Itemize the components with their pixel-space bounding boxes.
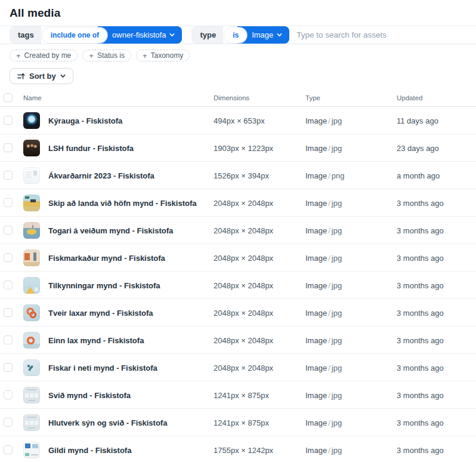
asset-format: jpg (332, 199, 342, 208)
add-filter-created-by-me[interactable]: + Created by me (10, 50, 78, 61)
asset-name[interactable]: Kýrauga - Fiskistofa (48, 116, 122, 125)
row-checkbox-cell (0, 445, 23, 454)
asset-dimensions: 2048px × 2048px (214, 199, 273, 208)
table-row[interactable]: Hlutverk sýn og svið - Fiskistofa 1241px… (0, 409, 476, 436)
asset-thumbnail[interactable] (23, 222, 40, 239)
asset-name[interactable]: Togari á veiðum mynd - Fiskistofa (48, 226, 173, 235)
asset-name[interactable]: Tilkynningar mynd - Fiskistofa (48, 281, 160, 290)
asset-thumbnail[interactable] (23, 140, 40, 156)
asset-dimensions: 494px × 653px (214, 116, 265, 125)
tags-filter[interactable]: tags include one of owner-fiskistofa (10, 26, 182, 44)
type-cell: Image/jpg (305, 198, 397, 208)
asset-name[interactable]: Tveir laxar mynd - Fiskistofa (48, 309, 153, 318)
select-all-checkbox[interactable] (4, 93, 13, 102)
table-row[interactable]: Tveir laxar mynd - Fiskistofa 2048px × 2… (0, 299, 476, 327)
type-cell: Image/jpg (305, 280, 397, 291)
asset-dimensions: 1755px × 1242px (214, 446, 273, 455)
column-header-updated[interactable]: Updated (397, 94, 476, 101)
tags-filter-value[interactable]: owner-fiskistofa (98, 26, 182, 44)
type-separator: / (327, 281, 332, 290)
type-cell: Image/jpg (305, 225, 397, 236)
name-cell: Ákvarðarnir 2023 - Fiskistofa (48, 170, 214, 181)
table-row[interactable]: Fiskar i neti mynd - Fiskistofa 2048px ×… (0, 354, 476, 381)
sort-by-button[interactable]: Sort by (10, 68, 73, 84)
table-row[interactable]: LSH fundur - Fiskistofa 1903px × 1223px … (0, 134, 476, 162)
row-checkbox[interactable] (4, 281, 13, 289)
asset-table-body: Kýrauga - Fiskistofa 494px × 653px Image… (0, 107, 476, 462)
table-row[interactable]: Ákvarðarnir 2023 - Fiskistofa 1526px × 3… (0, 162, 476, 189)
asset-thumbnail[interactable] (23, 195, 40, 211)
name-cell: Hlutverk sýn og svið - Fiskistofa (48, 417, 214, 428)
row-checkbox[interactable] (4, 143, 13, 152)
asset-name[interactable]: LSH fundur - Fiskistofa (48, 144, 134, 153)
column-header-name[interactable]: Name (23, 94, 214, 101)
updated-cell: 3 months ago (397, 335, 476, 346)
name-cell: Tilkynningar mynd - Fiskistofa (48, 280, 214, 291)
asset-thumbnail[interactable] (23, 112, 40, 129)
column-header-dimensions[interactable]: Dimensions (214, 94, 305, 101)
asset-name[interactable]: Ákvarðarnir 2023 - Fiskistofa (48, 171, 154, 180)
asset-name[interactable]: Hlutverk sýn og svið - Fiskistofa (48, 418, 167, 427)
asset-thumbnail[interactable] (23, 167, 40, 184)
asset-type: Image (305, 391, 327, 400)
name-cell: Skip að landa við höfn mynd - Fiskistofa (48, 198, 214, 208)
table-row[interactable]: Fiskmarkaður mynd - Fiskistofa 2048px × … (0, 244, 476, 272)
asset-format: jpg (332, 116, 342, 125)
table-row[interactable]: Togari á veiðum mynd - Fiskistofa 2048px… (0, 217, 476, 244)
search-input[interactable] (296, 30, 476, 39)
type-filter[interactable]: type is Image (191, 26, 289, 44)
asset-type: Image (305, 226, 327, 235)
asset-name[interactable]: Einn lax mynd - Fiskistofa (48, 336, 144, 345)
name-cell: Fiskmarkaður mynd - Fiskistofa (48, 252, 214, 263)
table-row[interactable]: Skip að landa við höfn mynd - Fiskistofa… (0, 189, 476, 217)
row-checkbox-cell (0, 171, 23, 180)
row-checkbox[interactable] (4, 308, 13, 317)
asset-thumbnail[interactable] (23, 442, 40, 458)
row-checkbox[interactable] (4, 198, 13, 207)
thumbnail-cell (23, 195, 48, 211)
asset-thumbnail[interactable] (23, 387, 40, 404)
asset-thumbnail[interactable] (23, 414, 40, 431)
table-row[interactable]: Einn lax mynd - Fiskistofa 2048px × 2048… (0, 327, 476, 354)
name-cell: Togari á veiðum mynd - Fiskistofa (48, 225, 214, 236)
asset-name[interactable]: Gildi mynd - Fiskistofa (48, 446, 131, 455)
asset-thumbnail[interactable] (23, 359, 40, 376)
add-filter-status-is[interactable]: + Status is (82, 50, 131, 61)
type-separator: / (327, 199, 332, 208)
row-checkbox[interactable] (4, 171, 13, 180)
asset-type: Image (305, 199, 327, 208)
thumbnail-cell (23, 414, 48, 431)
row-checkbox[interactable] (4, 226, 13, 235)
tags-filter-field-label: tags (10, 26, 41, 44)
asset-name[interactable]: Fiskmarkaður mynd - Fiskistofa (48, 254, 165, 263)
dimensions-cell: 1755px × 1242px (214, 445, 305, 455)
asset-thumbnail[interactable] (23, 332, 40, 349)
row-checkbox[interactable] (4, 363, 13, 372)
name-cell: Kýrauga - Fiskistofa (48, 115, 214, 126)
table-row[interactable]: Svið mynd - Fiskistofa 1241px × 875px Im… (0, 381, 476, 409)
updated-cell: 23 days ago (397, 143, 476, 153)
row-checkbox[interactable] (4, 418, 13, 427)
asset-updated: a month ago (397, 171, 440, 180)
row-checkbox[interactable] (4, 335, 13, 344)
row-checkbox[interactable] (4, 116, 13, 125)
add-filter-taxonomy[interactable]: + Taxonomy (136, 50, 190, 61)
asset-format: jpg (332, 446, 342, 455)
asset-dimensions: 1903px × 1223px (214, 144, 273, 153)
table-row[interactable]: Kýrauga - Fiskistofa 494px × 653px Image… (0, 107, 476, 134)
asset-thumbnail[interactable] (23, 250, 40, 266)
table-row[interactable]: Gildi mynd - Fiskistofa 1755px × 1242px … (0, 436, 476, 462)
type-filter-operator[interactable]: is (224, 27, 247, 43)
type-filter-field-label: type (191, 26, 223, 44)
asset-thumbnail[interactable] (23, 277, 40, 294)
column-header-type[interactable]: Type (305, 94, 397, 101)
tags-filter-operator[interactable]: include one of (42, 27, 107, 43)
asset-name[interactable]: Skip að landa við höfn mynd - Fiskistofa (48, 199, 196, 208)
row-checkbox[interactable] (4, 253, 13, 262)
asset-name[interactable]: Svið mynd - Fiskistofa (48, 391, 131, 400)
asset-thumbnail[interactable] (23, 304, 40, 321)
row-checkbox[interactable] (4, 390, 13, 399)
asset-name[interactable]: Fiskar i neti mynd - Fiskistofa (48, 364, 157, 372)
table-row[interactable]: Tilkynningar mynd - Fiskistofa 2048px × … (0, 272, 476, 299)
row-checkbox[interactable] (4, 445, 13, 454)
